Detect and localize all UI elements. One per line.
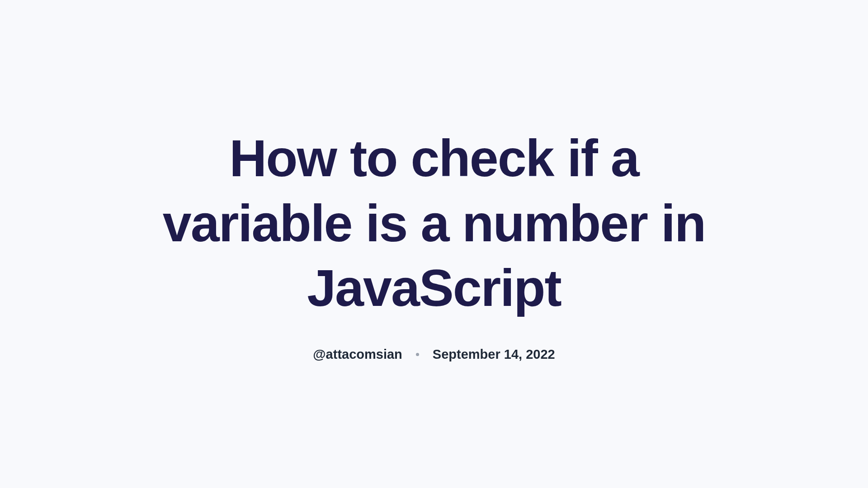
article-header: How to check if a variable is a number i… — [140, 126, 728, 362]
article-title: How to check if a variable is a number i… — [158, 126, 710, 321]
article-meta: @attacomsian September 14, 2022 — [313, 347, 555, 362]
author-handle: @attacomsian — [313, 347, 402, 362]
publish-date: September 14, 2022 — [433, 347, 555, 362]
separator-dot — [416, 353, 419, 356]
